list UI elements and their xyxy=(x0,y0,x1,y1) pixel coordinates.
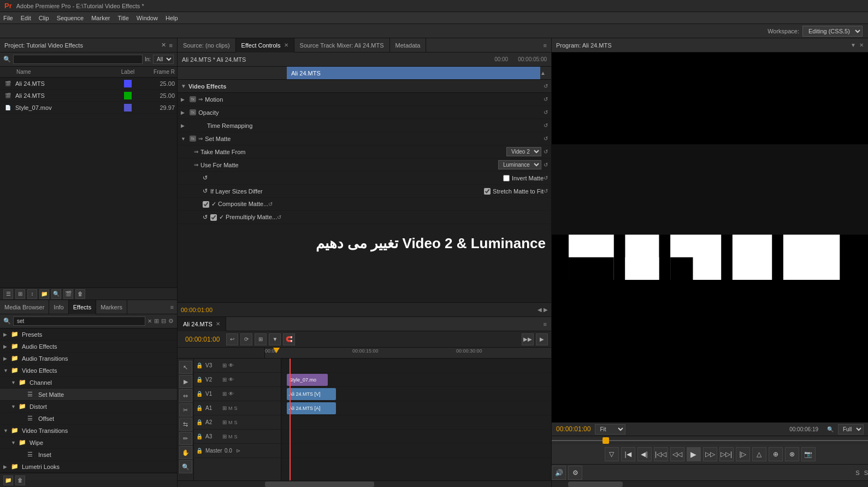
effects-btn-2[interactable]: ⊟ xyxy=(161,318,166,325)
prop-composite-matte[interactable]: ✓ Composite Matte... ↺ xyxy=(178,198,551,211)
prog-playhead[interactable] xyxy=(603,437,609,444)
tree-offset[interactable]: ▶ ☰ Offset xyxy=(0,413,177,425)
project-panel-close[interactable]: ✕ xyxy=(161,42,166,49)
tool-hand[interactable]: ✋ xyxy=(179,446,192,459)
prop-invert-matte[interactable]: ↺ Invert Matte ↺ xyxy=(178,172,551,185)
stretch-matte-checkbox[interactable] xyxy=(484,188,491,195)
v2-sync-icon[interactable]: ⊞ xyxy=(222,377,227,383)
effect-motion[interactable]: ▶ fx ⇒ Motion ↺ xyxy=(178,93,551,106)
btn-overwrite[interactable]: ⊗ xyxy=(785,447,799,461)
menu-file[interactable]: File xyxy=(3,15,13,21)
btn-mark-out[interactable]: △ xyxy=(752,447,766,461)
btn-settings[interactable]: ⚙ xyxy=(568,466,582,480)
video-effects-header[interactable]: ▼ Video Effects ↺ xyxy=(178,80,551,93)
timeline-scrollbar[interactable] xyxy=(178,480,551,487)
layer-sizes-reset[interactable]: ↺ xyxy=(544,188,548,194)
prop-premultiply-matte[interactable]: ↺ ✓ Premultiply Matte... ↺ xyxy=(178,211,551,224)
tree-video-effects[interactable]: ▼ 📁 Video Effects xyxy=(0,365,177,377)
take-matte-reset[interactable]: ↺ xyxy=(544,149,548,155)
menu-sequence[interactable]: Sequence xyxy=(57,15,84,21)
tool-razor[interactable]: ✂ xyxy=(179,403,192,416)
tl-scrollbar-thumb[interactable] xyxy=(265,482,374,487)
a1-s[interactable]: S xyxy=(234,406,238,411)
tc-btn-2[interactable]: ⟳ xyxy=(240,333,252,345)
a2-sync-icon[interactable]: ⊞ xyxy=(222,419,227,425)
v2-lock-icon[interactable]: 🔒 xyxy=(196,377,204,383)
tree-channel[interactable]: ▼ 📁 Channel xyxy=(0,377,177,389)
invert-matte-checkbox[interactable] xyxy=(503,175,510,181)
effect-time-remapping[interactable]: ▶ Time Remapping ↺ xyxy=(178,119,551,132)
prog-zoom-selector[interactable]: Fit 100% 50% xyxy=(595,424,625,435)
btn-trim-back[interactable]: ◀| xyxy=(637,447,652,461)
tab-media-browser[interactable]: Media Browser xyxy=(0,300,49,314)
btn-fast-forward[interactable]: ▷▷ xyxy=(703,447,717,461)
prog-btn-s2[interactable]: S xyxy=(864,470,868,476)
project-panel-menu[interactable]: ≡ xyxy=(169,42,173,49)
effect-opacity[interactable]: ▶ fx Opacity ↺ xyxy=(178,106,551,119)
a1-lock-icon[interactable]: 🔒 xyxy=(196,405,204,411)
tool-zoom[interactable]: 🔍 xyxy=(179,460,192,473)
tool-select[interactable]: ↖ xyxy=(179,361,192,374)
composite-reset[interactable]: ↺ xyxy=(268,201,273,207)
tree-set-matte[interactable]: ▶ ☰ Set Matte xyxy=(0,389,177,401)
a3-m[interactable]: M xyxy=(228,434,233,439)
tab-metadata[interactable]: Metadata xyxy=(390,38,427,52)
clip-ali-v1[interactable]: Ali 24.MTS [V] xyxy=(287,388,336,400)
ec-panel-menu[interactable]: ≡ xyxy=(544,42,551,49)
timeline-tab-close[interactable]: ✕ xyxy=(216,321,220,327)
v1-sync-icon[interactable]: ⊞ xyxy=(222,391,227,397)
col-name-header[interactable]: Name xyxy=(0,69,111,75)
tree-wipe[interactable]: ▼ 📁 Wipe xyxy=(0,437,177,449)
a3-sync-icon[interactable]: ⊞ xyxy=(222,433,227,439)
timeline-clips-area[interactable]: Style_07.mo Ali 24.MTS [V] Ali 24.MTS [A… xyxy=(281,359,551,480)
use-matte-reset[interactable]: ↺ xyxy=(544,162,548,168)
prop-use-for-matte[interactable]: ⇒ Use For Matte Luminance Alpha ↺ xyxy=(178,159,551,172)
menu-title[interactable]: Title xyxy=(117,15,128,21)
prog-quality-selector[interactable]: Full 1/2 1/4 xyxy=(838,424,864,435)
clip-ali-a1[interactable]: Ali 24.MTS [A] xyxy=(287,402,336,414)
new-custom-bin-btn[interactable]: 📁 xyxy=(3,476,13,485)
btn-insert[interactable]: ⊕ xyxy=(769,447,783,461)
btn-step-back[interactable]: |◀ xyxy=(621,447,635,461)
v3-lock-icon[interactable]: 🔒 xyxy=(196,362,204,368)
btn-go-end[interactable]: ▷▷| xyxy=(719,447,734,461)
effects-btn-3[interactable]: ⚙ xyxy=(168,318,174,325)
tool-pen[interactable]: ✏ xyxy=(179,432,192,445)
col-frame-header[interactable]: Frame R xyxy=(144,69,177,75)
in-select[interactable]: All xyxy=(153,55,174,64)
tab-effect-controls-close[interactable]: ✕ xyxy=(284,42,288,48)
tr-reset[interactable]: ↺ xyxy=(544,122,548,128)
tree-presets[interactable]: ▶ 📁 Presets xyxy=(0,328,177,341)
motion-reset[interactable]: ↺ xyxy=(544,96,548,102)
v2-eye-icon[interactable]: 👁 xyxy=(228,377,234,383)
sm-reset[interactable]: ↺ xyxy=(544,136,548,142)
program-scrollbar[interactable] xyxy=(552,480,868,487)
menu-window[interactable]: Window xyxy=(137,15,158,21)
tc-btn-4[interactable]: ▼ xyxy=(269,333,281,345)
tab-source[interactable]: Source: (no clips) xyxy=(178,38,236,52)
trash-btn[interactable]: 🗑 xyxy=(75,289,85,299)
timeline-panel-menu[interactable]: ≡ xyxy=(544,321,551,327)
v3-eye-icon[interactable]: 👁 xyxy=(228,362,234,368)
premultiply-reset[interactable]: ↺ xyxy=(277,214,281,220)
prog-magnify-icon[interactable]: 🔍 xyxy=(827,426,834,432)
tool-track-select[interactable]: ▶ xyxy=(179,375,192,388)
effects-btn-1[interactable]: ⊞ xyxy=(154,318,159,325)
project-item-1[interactable]: 🎬 Ali 24.MTS 25.00 xyxy=(0,90,177,102)
track-row-v2[interactable]: Style_07.mo xyxy=(281,373,551,387)
use-matte-dropdown[interactable]: Luminance Alpha xyxy=(498,160,541,169)
track-row-a3[interactable] xyxy=(281,430,551,444)
master-lock-icon[interactable]: 🔒 xyxy=(196,448,204,454)
tree-video-transitions[interactable]: ▼ 📁 Video Transitions xyxy=(0,425,177,437)
prop-layer-sizes[interactable]: ↺ If Layer Sizes Differ Stretch Matte to… xyxy=(178,185,551,198)
search-btn[interactable]: 🔍 xyxy=(51,289,61,299)
track-row-v1[interactable]: Ali 24.MTS [V] xyxy=(281,387,551,401)
track-row-v3[interactable] xyxy=(281,359,551,373)
prop-take-matte[interactable]: ⇒ Take Matte From Video 2 Video 1 Video … xyxy=(178,145,551,159)
btn-mark-in[interactable]: ▽ xyxy=(605,447,619,461)
delete-effect-btn[interactable]: 🗑 xyxy=(15,476,25,485)
tab-audio-mixer[interactable]: Source Track Mixer: Ali 24.MTS xyxy=(294,38,390,52)
v3-sync-icon[interactable]: ⊞ xyxy=(222,362,227,368)
menu-help[interactable]: Help xyxy=(166,15,178,21)
a1-m[interactable]: M xyxy=(228,406,233,411)
